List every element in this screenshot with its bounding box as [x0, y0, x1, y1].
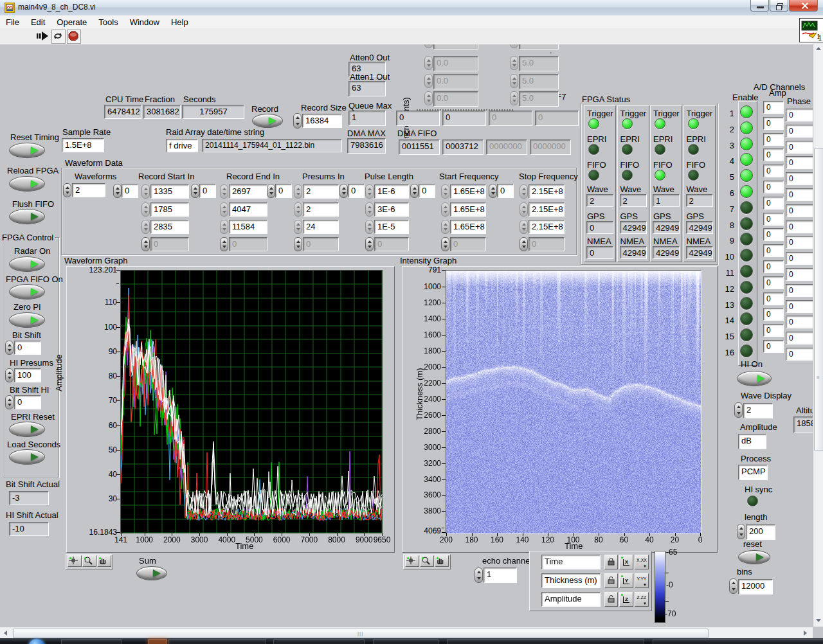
ad-phase-field-8[interactable]: 0	[786, 220, 813, 233]
index-stepper-start-frequency[interactable]	[410, 184, 419, 198]
ad-enable-led-6[interactable]	[740, 185, 753, 198]
record-size-field[interactable]: 16384	[302, 114, 342, 128]
index-field-record-end-in[interactable]: 0	[199, 184, 216, 198]
menu-item-operate[interactable]: Operate	[51, 17, 93, 27]
menu-item-tools[interactable]: Tools	[93, 17, 123, 27]
scale-name-field-x[interactable]: Time	[541, 555, 601, 569]
record-end-in-stepper-2[interactable]	[220, 220, 228, 234]
scroll-down-arrow[interactable]	[816, 619, 821, 622]
bit-shift-stepper[interactable]	[5, 341, 14, 355]
stop-frequency-stepper-2[interactable]	[520, 220, 528, 234]
bit-shift-hi-stepper[interactable]	[5, 395, 14, 409]
presums-in-stepper-2[interactable]	[294, 220, 302, 234]
stop-frequency-field-0[interactable]: 2.15E+8	[529, 184, 565, 199]
sum-button[interactable]	[136, 566, 167, 580]
menu-item-edit[interactable]: Edit	[25, 17, 51, 27]
ad-amp-field-9[interactable]: 0	[763, 228, 784, 241]
epri-reset-button[interactable]	[9, 422, 45, 437]
presums-in-field-1[interactable]: 2	[303, 202, 339, 217]
ad-enable-led-8[interactable]	[740, 217, 753, 230]
ad-amp-field-14[interactable]: 0	[763, 308, 784, 321]
stop-frequency-field-1[interactable]: 2.15E+8	[529, 202, 565, 217]
index-field-presums-in[interactable]: 0	[275, 184, 292, 198]
bins-field[interactable]: 12000	[738, 579, 773, 595]
phase-increment-stepper-0[interactable]	[510, 44, 518, 48]
abort-button[interactable]	[67, 30, 81, 44]
scroll-right-arrow[interactable]	[804, 631, 807, 636]
scale-format-button-x[interactable]: X.XX▼	[635, 555, 649, 569]
stop-frequency-stepper-0[interactable]	[520, 184, 528, 199]
title-bar[interactable]: main4v9_8_ch_DC8.vi	[0, 0, 823, 16]
start-frequency-stepper-0[interactable]	[441, 184, 449, 199]
wave-display-stepper[interactable]	[734, 402, 743, 418]
hscroll-thumb[interactable]: |||	[13, 629, 709, 638]
echo-channel-field[interactable]: 1	[484, 568, 517, 583]
ad-phase-field-16[interactable]: 0	[786, 348, 813, 361]
ad-amp-field-13[interactable]: 0	[763, 292, 784, 305]
presums-in-stepper-0[interactable]	[294, 184, 302, 199]
pulse-length-field-1[interactable]: 3E-6	[374, 202, 409, 217]
amp-increment-stepper-0[interactable]	[424, 44, 433, 48]
reset-timing-button[interactable]	[9, 143, 45, 158]
index-field-pulse-length[interactable]: 0	[348, 184, 365, 198]
start-frequency-field-1[interactable]: 1.65E+8	[450, 202, 486, 217]
zero-pi-button[interactable]	[9, 312, 45, 328]
index-field-stop-frequency[interactable]: 0	[497, 184, 514, 198]
scale-name-field-y[interactable]: Thickness (m)	[541, 573, 601, 588]
record-end-in-field-1[interactable]: 4047	[229, 202, 267, 217]
restore-button[interactable]	[770, 0, 788, 12]
vscroll-thumb[interactable]: ≡	[814, 148, 823, 451]
ad-phase-field-1[interactable]: 0	[786, 109, 813, 121]
index-stepper-record-start-in[interactable]	[113, 184, 122, 198]
ad-amp-field-11[interactable]: 0	[763, 260, 784, 273]
length-field[interactable]: 200	[746, 524, 775, 540]
presums-in-field-0[interactable]: 2	[303, 184, 339, 199]
pulse-length-stepper-2[interactable]	[365, 220, 374, 234]
load-seconds-button[interactable]	[9, 449, 45, 465]
flush-fifo-button[interactable]	[9, 209, 45, 224]
record-start-in-field-2[interactable]: 2835	[150, 220, 189, 234]
ad-phase-field-11[interactable]: 0	[786, 268, 813, 281]
pan-tool-button[interactable]	[97, 555, 111, 567]
ad-phase-field-4[interactable]: 0	[786, 156, 813, 169]
fpga-fifo-on-button[interactable]	[9, 284, 45, 300]
ad-phase-field-10[interactable]: 0	[786, 252, 813, 265]
run-continuous-button[interactable]	[51, 30, 66, 44]
echo-channel-stepper[interactable]	[475, 568, 483, 583]
record-button[interactable]	[252, 114, 283, 128]
record-start-in-field-1[interactable]: 1785	[150, 202, 189, 217]
ad-phase-field-12[interactable]: 0	[786, 284, 813, 297]
menu-item-window[interactable]: Window	[124, 17, 165, 27]
ad-amp-field-1[interactable]: 0	[763, 101, 784, 114]
windows-taskbar[interactable]	[0, 638, 823, 644]
scale-axis-button-z[interactable]: Z	[619, 592, 633, 607]
intensity-graph-plot[interactable]	[446, 270, 701, 534]
pulse-length-stepper-3[interactable]	[365, 237, 374, 251]
ad-phase-field-6[interactable]: 0	[786, 188, 813, 201]
process-field[interactable]: PCMP	[738, 465, 768, 480]
phase-increment-stepper-1[interactable]	[510, 56, 518, 70]
index-field-start-frequency[interactable]: 0	[419, 184, 435, 198]
scale-format-button-y[interactable]: Y.YY▼	[635, 573, 649, 588]
record-start-in-stepper-0[interactable]	[141, 184, 150, 199]
bit-shift-field[interactable]: 0	[14, 341, 41, 355]
start-orb[interactable]	[28, 639, 45, 644]
ad-enable-led-1[interactable]	[740, 105, 753, 118]
record-start-in-stepper-3[interactable]	[141, 237, 150, 251]
crosshair-tool-button[interactable]	[68, 555, 82, 567]
start-frequency-field-0[interactable]: 1.65E+8	[450, 184, 486, 199]
reload-fpga-button[interactable]	[9, 176, 45, 192]
index-field-record-start-in[interactable]: 0	[122, 184, 138, 198]
record-end-in-stepper-3[interactable]	[220, 237, 228, 251]
presums-in-stepper-3[interactable]	[294, 237, 302, 251]
presums-in-stepper-1[interactable]	[294, 202, 302, 217]
phase-increment-stepper-2[interactable]	[510, 74, 518, 88]
menu-item-help[interactable]: Help	[165, 17, 194, 27]
bins-stepper[interactable]	[729, 578, 737, 594]
record-start-in-stepper-1[interactable]	[141, 202, 150, 217]
ad-amp-field-8[interactable]: 0	[763, 213, 784, 226]
scale-lock-button-y[interactable]	[604, 573, 618, 588]
hi-presums-stepper[interactable]	[5, 368, 14, 382]
zoom-tool-button[interactable]	[82, 555, 96, 567]
amp-increment-stepper-1[interactable]	[424, 56, 433, 70]
